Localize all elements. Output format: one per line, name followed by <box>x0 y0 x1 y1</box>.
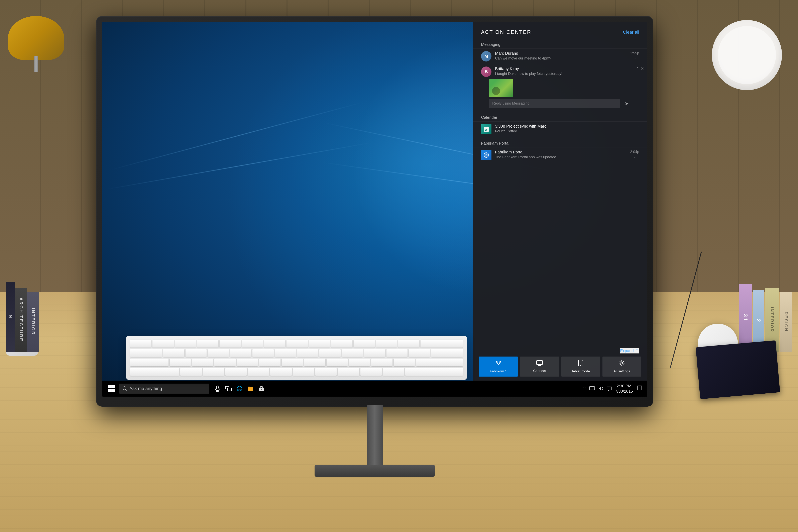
brittany-dog-image <box>489 79 513 97</box>
taskbar: Ask me anything <box>102 381 647 397</box>
key-backspace <box>420 340 463 347</box>
svg-rect-17 <box>216 386 218 389</box>
book-interior-spine: INTERIOR <box>31 308 36 335</box>
notif-sender-brittany: Brittany Kirby <box>495 66 634 71</box>
avatar-brittany-initial: B <box>484 69 488 74</box>
key-row-4 <box>130 368 463 376</box>
key <box>214 359 235 366</box>
taskbar-microphone-icon[interactable] <box>213 384 222 393</box>
key <box>331 340 352 347</box>
reply-input[interactable]: Reply using Messaging <box>489 99 620 108</box>
notif-message-marc: Can we move our meeting to 4pm? <box>495 56 628 60</box>
quick-action-tablet[interactable]: Tablet mode <box>562 357 600 377</box>
close-brittany-button[interactable]: ✕ <box>639 66 645 72</box>
notification-calendar[interactable]: 15 3:30p Project sync with Marc Fourth C… <box>473 121 647 137</box>
notif-chevron-brittany: ⌃ <box>636 66 639 71</box>
search-bar[interactable]: Ask me anything <box>119 384 209 394</box>
reply-send-button[interactable]: ➤ <box>622 99 631 108</box>
stand-neck <box>367 405 383 465</box>
svg-text:15: 15 <box>485 129 488 131</box>
svg-rect-14 <box>112 389 115 392</box>
notifications-list: Messaging M Marc Durand Can we move our … <box>473 39 647 343</box>
brittany-reply-area: Reply using Messaging ➤ <box>481 97 639 111</box>
taskbar-store-icon[interactable] <box>258 384 265 393</box>
notif-content-brittany: Brittany Kirby I taught Duke how to play… <box>495 66 634 76</box>
clear-all-button[interactable]: Clear all <box>623 30 639 35</box>
system-tray: ⌃ 2:30 PM <box>583 383 643 394</box>
message-icon <box>606 386 612 392</box>
tablet-tile-label: Tablet mode <box>571 369 590 373</box>
notification-marc-durand[interactable]: M Marc Durand Can we move our meeting to… <box>473 49 647 64</box>
quick-action-fabrikam[interactable]: Fabrikam 1 <box>479 357 518 377</box>
key-shift-l <box>130 368 179 376</box>
volume-icon <box>598 386 604 392</box>
avatar-fabrikam: F <box>481 150 492 160</box>
key <box>275 349 296 357</box>
key <box>152 340 173 347</box>
calendar-icon: 15 <box>483 126 489 132</box>
connect-tile-icon <box>536 360 543 367</box>
action-center-header: ACTION CENTER Clear all <box>473 22 647 39</box>
key <box>293 368 314 376</box>
books-left: N ARCHITECTURE INTERIOR <box>6 282 39 352</box>
chevron-up-icon-brittany: ⌃ <box>636 66 639 71</box>
key <box>252 349 273 357</box>
tablet-icon <box>578 360 583 366</box>
clock-date: 7/30/2015 <box>615 388 633 394</box>
key-row-3 <box>130 359 463 366</box>
key <box>338 368 359 376</box>
quick-actions-area: Expand ⌃ <box>473 343 647 381</box>
action-center-title: ACTION CENTER <box>481 29 531 35</box>
key <box>242 340 263 347</box>
book-n: N <box>6 282 15 352</box>
key <box>259 359 281 366</box>
key <box>197 340 218 347</box>
book-interior-r-spine: INTERIOR <box>770 307 774 332</box>
book-architecture: ARCHITECTURE <box>15 288 27 352</box>
key <box>170 359 191 366</box>
start-button[interactable] <box>106 383 117 394</box>
key <box>364 349 385 357</box>
key <box>230 349 251 357</box>
cal-event-title: Project sync with Marc <box>506 124 546 128</box>
quick-action-connect[interactable]: Connect <box>520 357 559 377</box>
key <box>163 349 184 357</box>
light-line-2 <box>106 142 373 189</box>
quick-action-settings[interactable]: All settings <box>603 357 641 377</box>
key <box>398 340 419 347</box>
svg-rect-2 <box>484 127 485 128</box>
quick-actions-grid: Fabrikam 1 Connect <box>479 357 641 377</box>
key <box>237 359 258 366</box>
chevron-down-icon-marc: ⌄ <box>633 56 636 60</box>
fabrikam-icon: F <box>483 152 490 158</box>
settings-tile-label: All settings <box>613 369 630 373</box>
notif-chevron-calendar: ⌄ <box>636 124 639 128</box>
notif-cal-time-title: 3:30p Project sync with Marc <box>495 124 634 129</box>
taskbar-clock[interactable]: 2:30 PM 7/30/2015 <box>615 383 633 394</box>
svg-rect-29 <box>638 388 641 388</box>
sys-tray-chevron[interactable]: ⌃ <box>583 386 586 391</box>
book-31: 31 <box>739 284 752 352</box>
taskbar-task-view-icon[interactable] <box>224 384 232 393</box>
chevron-down-icon-fabrikam: ⌄ <box>633 155 636 159</box>
taskbar-file-explorer-icon[interactable] <box>246 384 254 393</box>
book-n-spine: N <box>8 315 13 319</box>
notif-sender-marc: Marc Durand <box>495 51 628 56</box>
key-enter-top <box>431 349 463 357</box>
svg-rect-3 <box>487 127 488 128</box>
expand-button[interactable]: Expand ⌃ <box>620 348 639 354</box>
messaging-group-header: Messaging <box>473 39 647 49</box>
notification-brittany-kirby[interactable]: B Brittany Kirby I taught Duke how to pl… <box>473 64 647 111</box>
taskbar-edge-icon[interactable] <box>235 384 243 393</box>
store-icon <box>259 385 264 392</box>
notif-content-marc: Marc Durand Can we move our meeting to 4… <box>495 51 628 60</box>
notification-fabrikam[interactable]: F Fabrikam Portal The Fabrikam Portal ap… <box>473 147 647 163</box>
svg-rect-28 <box>638 387 641 387</box>
svg-point-10 <box>621 362 623 364</box>
messaging-group: Messaging M Marc Durand Can we move our … <box>473 39 647 111</box>
folder-icon <box>247 386 253 392</box>
decorative-circle-inner <box>718 26 776 84</box>
key <box>354 340 375 347</box>
action-center-button[interactable] <box>636 384 643 393</box>
svg-text:F: F <box>486 154 487 157</box>
